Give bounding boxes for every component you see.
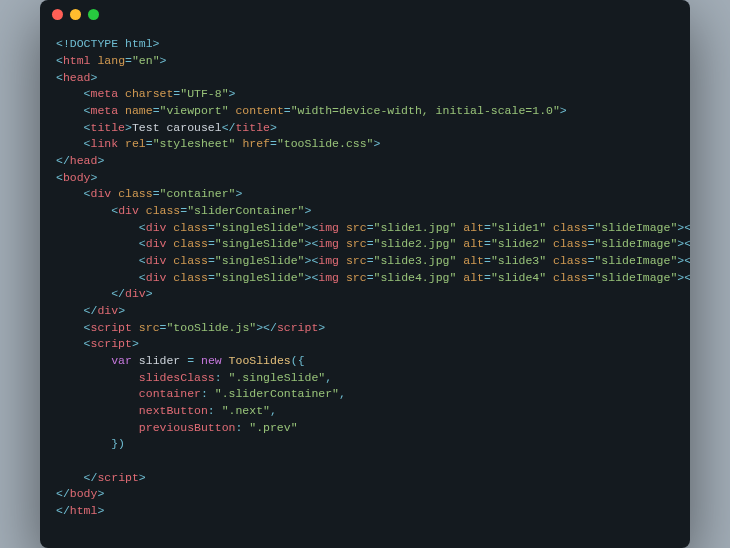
zoom-dot-icon[interactable] [88, 9, 99, 20]
close-dot-icon[interactable] [52, 9, 63, 20]
code-editor-content: <!DOCTYPE html> <html lang="en"> <head> … [40, 28, 690, 547]
minimize-dot-icon[interactable] [70, 9, 81, 20]
doctype-line: <!DOCTYPE html> [56, 37, 160, 50]
code-window: <!DOCTYPE html> <html lang="en"> <head> … [40, 0, 690, 547]
window-titlebar [40, 0, 690, 28]
